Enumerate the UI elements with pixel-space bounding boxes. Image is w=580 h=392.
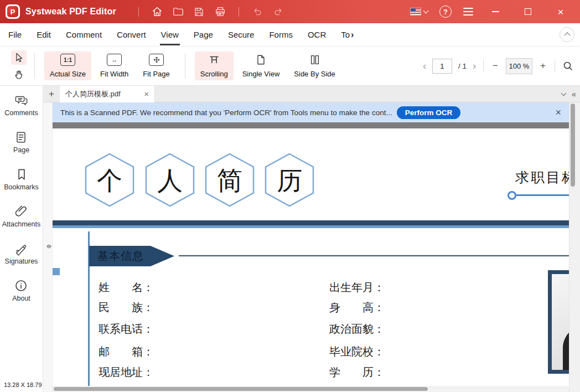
menu-file[interactable]: File	[8, 30, 22, 39]
sidebar-label: Comments	[4, 109, 38, 117]
undo-button[interactable]	[247, 3, 268, 20]
bookmark-icon	[14, 167, 29, 182]
page-number-input[interactable]	[432, 59, 452, 74]
print-button[interactable]	[210, 3, 231, 20]
section-header-line	[179, 255, 569, 256]
divider-band-light	[53, 225, 569, 228]
tab-bar: + 个人简历模板.pdf × «	[43, 86, 580, 102]
two-pages-icon	[308, 54, 322, 66]
menu-convert[interactable]: Convert	[117, 30, 146, 39]
hamburger-menu-button[interactable]	[463, 8, 473, 16]
page-thumbnails-icon	[14, 130, 28, 145]
side-by-side-button[interactable]: Side By Side	[288, 51, 340, 80]
comments-icon	[14, 93, 29, 107]
pdf-page: 个 人 简 历 求职目标 基本信息 姓 名： 民 族： 联系电话： 邮 箱： 现…	[53, 128, 569, 386]
menu-secure[interactable]: Secure	[228, 30, 255, 39]
zoom-in-button[interactable]: +	[538, 60, 547, 71]
previous-page-button[interactable]: ‹	[423, 60, 426, 72]
title-bar: P Systweak PDF Editor ? ×	[0, 0, 580, 23]
field-ethnicity: 民 族：	[99, 300, 154, 315]
menu-tools-truncated[interactable]: To	[341, 30, 350, 39]
hand-tool-button[interactable]	[11, 68, 27, 82]
minimize-button[interactable]	[485, 3, 506, 20]
sidebar-item-page[interactable]: Page	[13, 130, 29, 154]
close-window-button[interactable]: ×	[550, 3, 571, 20]
vertical-scrollbar[interactable]	[569, 102, 576, 392]
us-flag-icon	[411, 8, 421, 15]
scrolling-view-button[interactable]: Scrolling	[195, 51, 234, 80]
zoom-level-value[interactable]: 100 %	[506, 58, 532, 74]
home-button[interactable]	[147, 3, 168, 20]
single-page-icon	[254, 54, 267, 66]
app-logo: P	[6, 4, 20, 19]
fit-width-label: Fit Width	[100, 70, 128, 78]
field-school: 毕业院校：	[329, 344, 385, 359]
menu-page[interactable]: Page	[194, 30, 213, 39]
perform-ocr-button[interactable]: Perform OCR	[397, 106, 461, 119]
search-icon[interactable]	[562, 60, 573, 71]
fit-page-label: Fit Page	[143, 70, 169, 78]
collapse-right-panel-button[interactable]: «	[569, 90, 580, 99]
toolbar-divider	[555, 59, 555, 73]
decor-square	[53, 268, 60, 275]
new-tab-button[interactable]: +	[43, 89, 60, 100]
horizontal-scrollbar[interactable]	[53, 386, 569, 392]
sidebar-label: Page	[13, 146, 29, 154]
app-logo-icon: P	[7, 6, 18, 17]
chevron-down-icon	[561, 91, 566, 96]
undo-icon	[251, 6, 263, 18]
fit-width-button[interactable]: ↔ Fit Width	[95, 51, 134, 80]
menu-overflow-chevron-icon[interactable]: ›	[351, 30, 354, 40]
zoom-out-button[interactable]: −	[491, 60, 500, 71]
redo-button[interactable]	[268, 3, 289, 20]
vertical-scrollbar-thumb[interactable]	[571, 104, 575, 187]
app-title: Systweak PDF Editor	[25, 7, 116, 17]
sidebar-item-comments[interactable]: Comments	[4, 93, 38, 117]
hand-icon	[13, 69, 24, 80]
tab-list-dropdown-button[interactable]	[558, 92, 569, 95]
document-size-label: 13.28 X 18.79 in	[4, 381, 48, 388]
menu-forms[interactable]: Forms	[269, 30, 293, 39]
panel-strip	[43, 102, 53, 392]
open-file-button[interactable]	[168, 3, 189, 20]
toolbar-divider	[483, 59, 484, 73]
document-viewport: This is a Scanned PDF. We recommend that…	[53, 102, 569, 392]
fit-page-icon	[149, 54, 164, 66]
help-button[interactable]: ?	[439, 6, 452, 18]
menu-ocr[interactable]: OCR	[308, 30, 326, 39]
notification-close-icon[interactable]: ×	[555, 107, 561, 117]
tab-close-icon[interactable]: ×	[144, 89, 149, 99]
field-name: 姓 名：	[99, 280, 154, 295]
toolbar-divider	[34, 53, 35, 79]
section-header-basic-info: 基本信息	[89, 246, 174, 266]
maximize-icon	[525, 8, 531, 15]
info-icon	[14, 278, 28, 293]
save-button[interactable]	[189, 3, 210, 20]
menu-view[interactable]: View	[161, 30, 179, 39]
select-tool-button[interactable]	[11, 50, 27, 65]
maximize-button[interactable]	[517, 3, 538, 20]
document-tab[interactable]: 个人简历模板.pdf ×	[60, 86, 155, 102]
ocr-notification-bar: This is a Scanned PDF. We recommend that…	[53, 102, 569, 122]
sidebar-item-about[interactable]: About	[12, 278, 30, 302]
photo-image	[552, 274, 569, 370]
next-page-button[interactable]: ›	[473, 60, 476, 72]
menu-comment[interactable]: Comment	[66, 30, 102, 39]
chevron-down-icon	[423, 8, 429, 14]
hex-char: 个	[97, 167, 122, 195]
menu-edit[interactable]: Edit	[37, 30, 51, 39]
sidebar-item-signatures[interactable]: Signatures	[5, 241, 38, 265]
language-selector[interactable]	[411, 8, 428, 15]
redo-icon	[272, 6, 284, 18]
sidebar-label: Attachments	[2, 220, 40, 228]
page-total-label: / 1	[458, 62, 467, 70]
fit-page-button[interactable]: Fit Page	[137, 51, 175, 80]
single-view-button[interactable]: Single View	[237, 51, 286, 80]
single-view-label: Single View	[242, 70, 280, 78]
sidebar-item-bookmarks[interactable]: Bookmarks	[4, 167, 39, 191]
sidebar-item-attachments[interactable]: Attachments	[2, 204, 40, 228]
collapse-toolbar-button[interactable]	[560, 27, 574, 42]
horizontal-scrollbar-thumb[interactable]	[54, 387, 428, 391]
actual-size-icon: 1:1	[60, 54, 75, 66]
actual-size-button[interactable]: 1:1 Actual Size	[44, 51, 91, 80]
